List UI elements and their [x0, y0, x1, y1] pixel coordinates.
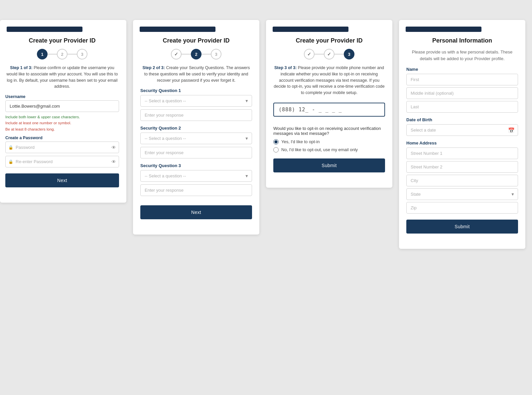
lock-icon-2: 🔒: [8, 159, 13, 164]
card3-title: Create your Provider ID: [273, 37, 385, 44]
security-question-3-section: Security Question 3 -- Select a question…: [140, 163, 252, 196]
card2-step2-circle: 2: [191, 49, 201, 59]
val-msg-3: Be at least 8 characters long.: [5, 126, 119, 132]
reenter-wrapper: 🔒 👁: [5, 156, 119, 167]
step1-circle: 1: [37, 49, 48, 59]
card2-description: Step 2 of 3: Create your Security Questi…: [140, 65, 252, 83]
card1-title: Create your Provider ID: [5, 37, 119, 44]
sq2-select[interactable]: -- Select a question --: [140, 133, 252, 144]
radio-no[interactable]: [273, 147, 279, 152]
card2-step-line-1: [182, 54, 191, 54]
validation-messages: Include both lower & upper case characte…: [5, 114, 119, 132]
card3-stepper: ✓ ✓ 3: [273, 49, 385, 59]
opt-in-no[interactable]: No, I'd like to opt-out, use my email on…: [273, 147, 385, 152]
card3-step2-circle: ✓: [324, 49, 334, 59]
first-name-input[interactable]: [406, 74, 518, 85]
card4-submit-button[interactable]: Submit: [406, 220, 518, 234]
sq2-label: Security Question 2: [140, 126, 252, 131]
password-input[interactable]: [5, 142, 119, 153]
card4-header-bar: [406, 27, 481, 32]
phone-input[interactable]: [273, 103, 385, 117]
city-input[interactable]: [406, 175, 518, 186]
card1-stepper: 1 2 3: [5, 49, 119, 59]
card2-next-button[interactable]: Next: [140, 205, 252, 219]
card-step2: Create your Provider ID ✓ 2 3 Step 2 of …: [133, 20, 259, 235]
card-step3: Create your Provider ID ✓ ✓ 3 Step 3 of …: [266, 20, 392, 188]
card3-step-line-1: [315, 54, 324, 54]
sq1-response-input[interactable]: [140, 109, 252, 121]
sq1-label: Security Question 1: [140, 88, 252, 93]
step3-circle: 3: [77, 49, 87, 59]
card-personal-info: Personal Information Please provide us w…: [399, 20, 525, 249]
step-line-2: [67, 54, 77, 54]
security-question-1-section: Security Question 1 -- Select a question…: [140, 88, 252, 121]
card3-step-line-2: [334, 54, 344, 54]
eye-icon-password[interactable]: 👁: [111, 145, 116, 150]
card4-subtitle: Please provide us with a few personal de…: [406, 49, 518, 62]
val-msg-1: Include both lower & upper case characte…: [5, 114, 119, 120]
reenter-password-input[interactable]: [5, 156, 119, 167]
state-select-wrapper: State AlabamaAlaskaArizona CaliforniaCol…: [406, 188, 518, 200]
card2-step-line-2: [201, 54, 211, 54]
radio-yes[interactable]: [273, 139, 279, 145]
name-section-title: Name: [406, 67, 518, 72]
street2-input[interactable]: [406, 161, 518, 173]
step-line-1: [48, 54, 57, 54]
middle-name-input[interactable]: [406, 87, 518, 99]
username-label: Username: [5, 94, 119, 99]
create-password-label: Create a Password: [5, 136, 119, 140]
eye-icon-reenter[interactable]: 👁: [111, 159, 116, 164]
dob-input[interactable]: [406, 124, 518, 136]
address-section-title: Home Address: [406, 141, 518, 146]
username-input[interactable]: [5, 100, 119, 112]
opt-in-section: Would you like to opt-in on receiving ac…: [273, 126, 385, 152]
opt-in-yes[interactable]: Yes, I'd like to opt-in: [273, 139, 385, 145]
card3-header-bar: [273, 27, 348, 32]
card3-submit-button[interactable]: Submit: [273, 158, 385, 172]
card1-next-button[interactable]: Next: [5, 173, 119, 187]
street1-input[interactable]: [406, 148, 518, 159]
sq2-response-input[interactable]: [140, 147, 252, 158]
card-step1: Create your Provider ID 1 2 3 Step 1 of …: [0, 20, 126, 203]
card3-description: Step 3 of 3: Please provide your mobile …: [273, 65, 385, 96]
sq3-response-input[interactable]: [140, 184, 252, 196]
card3-step1-circle: ✓: [304, 49, 315, 59]
sq3-select[interactable]: -- Select a question --: [140, 170, 252, 182]
val-msg-2: Include at least one number or symbol.: [5, 120, 119, 126]
sq2-select-wrapper: -- Select a question -- ▼: [140, 133, 252, 144]
lock-icon: 🔒: [8, 145, 13, 150]
step2-circle: 2: [57, 49, 67, 59]
card1-description: Step 1 of 3: Please confirm or update th…: [5, 65, 119, 90]
card2-stepper: ✓ 2 3: [140, 49, 252, 59]
dob-wrapper: 📅: [406, 124, 518, 136]
sq3-label: Security Question 3: [140, 163, 252, 168]
opt-in-question: Would you like to opt-in on receiving ac…: [273, 126, 385, 136]
card1-header-bar: [7, 27, 82, 32]
sq1-select[interactable]: -- Select a question --: [140, 95, 252, 107]
last-name-input[interactable]: [406, 101, 518, 113]
card4-title: Personal Information: [406, 37, 518, 44]
card2-step1-circle: ✓: [171, 49, 182, 59]
card2-step3-circle: 3: [211, 49, 221, 59]
card2-title: Create your Provider ID: [140, 37, 252, 44]
sq1-select-wrapper: -- Select a question -- ▼: [140, 95, 252, 107]
security-question-2-section: Security Question 2 -- Select a question…: [140, 126, 252, 158]
dob-section-title: Date of Birth: [406, 117, 518, 122]
card3-step3-circle: 3: [344, 49, 354, 59]
password-wrapper: 🔒 👁: [5, 142, 119, 153]
sq3-select-wrapper: -- Select a question -- ▼: [140, 170, 252, 182]
card2-header-bar: [140, 27, 215, 32]
state-select[interactable]: State AlabamaAlaskaArizona CaliforniaCol…: [406, 188, 518, 200]
zip-input[interactable]: [406, 202, 518, 214]
